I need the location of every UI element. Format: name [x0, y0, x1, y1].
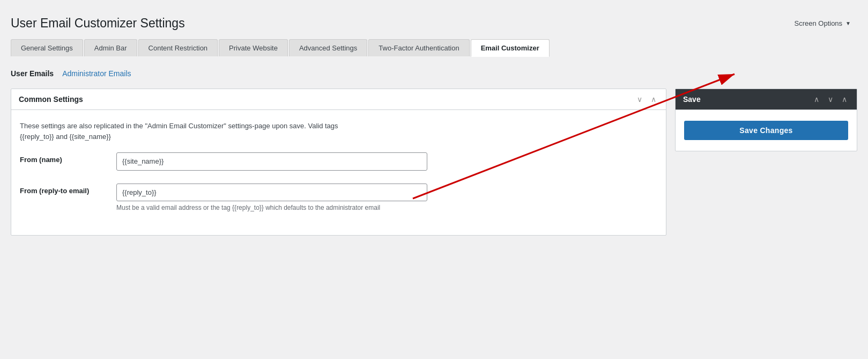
- tab-general-settings[interactable]: General Settings: [11, 39, 83, 56]
- common-settings-title: Common Settings: [19, 95, 83, 104]
- box-collapse-button[interactable]: ∧: [649, 94, 658, 104]
- from-email-help: Must be a valid email address or the tag…: [116, 204, 657, 211]
- from-email-field: Must be a valid email address or the tag…: [116, 184, 657, 212]
- from-name-field: [116, 152, 657, 171]
- save-box-body: Save Changes: [676, 110, 857, 151]
- settings-description: These settings are also replicated in th…: [20, 121, 657, 142]
- tabs-nav: General Settings Admin Bar Content Restr…: [11, 39, 857, 56]
- screen-options-label: Screen Options: [794, 19, 842, 27]
- save-box-up-button[interactable]: ∧: [812, 94, 821, 104]
- from-name-row: From (name): [20, 152, 657, 171]
- from-email-label: From (reply-to email): [20, 184, 106, 195]
- save-changes-button[interactable]: Save Changes: [684, 121, 848, 140]
- tab-admin-bar[interactable]: Admin Bar: [84, 39, 137, 56]
- tab-two-factor-authentication[interactable]: Two-Factor Authentication: [368, 39, 469, 56]
- main-content-area: Common Settings ∨ ∧ These settings are a…: [11, 89, 666, 236]
- tab-advanced-settings[interactable]: Advanced Settings: [289, 39, 367, 56]
- tab-private-website[interactable]: Private Website: [219, 39, 288, 56]
- from-name-input[interactable]: [116, 152, 427, 171]
- save-box-title: Save: [683, 95, 701, 104]
- save-box: Save ∧ ∨ ∧ Save Changes: [675, 89, 857, 151]
- from-email-input[interactable]: [116, 184, 427, 202]
- common-settings-header: Common Settings ∨ ∧: [11, 89, 666, 110]
- sub-tab-administrator-emails[interactable]: Administrator Emails: [62, 69, 131, 78]
- save-box-controls: ∧ ∨ ∧: [812, 94, 849, 104]
- screen-options-chevron: ▼: [845, 20, 851, 26]
- common-settings-body: These settings are also replicated in th…: [11, 110, 666, 235]
- page-title: User Email Customizer Settings: [11, 16, 857, 31]
- save-box-header: Save ∧ ∨ ∧: [676, 89, 857, 110]
- tab-email-customizer[interactable]: Email Customizer: [471, 39, 550, 57]
- from-email-row: From (reply-to email) Must be a valid em…: [20, 184, 657, 212]
- from-name-label: From (name): [20, 152, 106, 164]
- sidebar-content: Save ∧ ∨ ∧ Save Changes: [675, 89, 857, 151]
- sub-tab-user-emails[interactable]: User Emails: [11, 69, 54, 78]
- main-layout: Common Settings ∨ ∧ These settings are a…: [11, 89, 857, 236]
- screen-options-bar[interactable]: Screen Options ▼: [788, 16, 857, 31]
- tab-content-restriction[interactable]: Content Restriction: [138, 39, 218, 56]
- common-settings-box: Common Settings ∨ ∧ These settings are a…: [11, 89, 666, 236]
- save-box-down-button[interactable]: ∨: [826, 94, 835, 104]
- box-controls: ∨ ∧: [635, 94, 658, 104]
- save-box-collapse-button[interactable]: ∧: [840, 94, 849, 104]
- box-down-button[interactable]: ∨: [635, 94, 644, 104]
- sub-tabs: User Emails Administrator Emails: [11, 67, 857, 80]
